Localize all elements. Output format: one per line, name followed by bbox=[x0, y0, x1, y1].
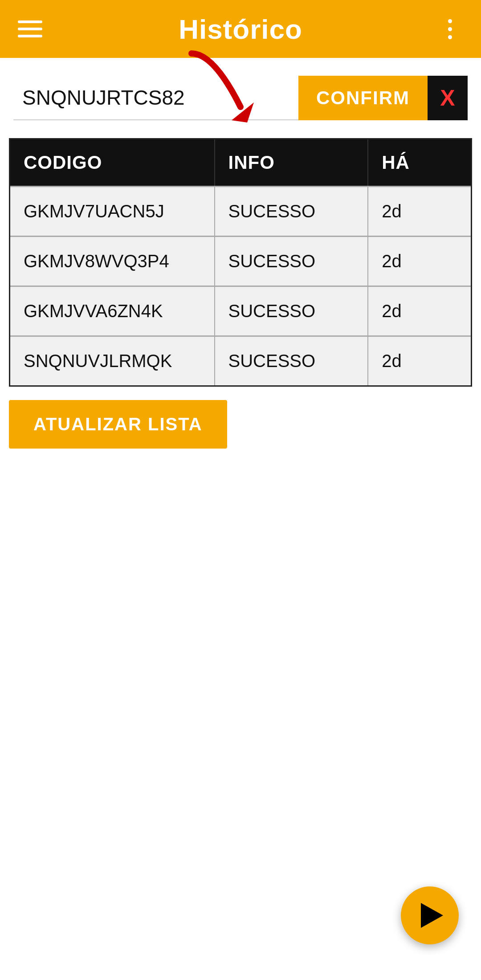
play-icon bbox=[421, 903, 443, 928]
col-header-codigo: CODIGO bbox=[10, 139, 215, 186]
cell-ha-3: 2d bbox=[368, 337, 471, 385]
table-header: CODIGO INFO HÁ bbox=[10, 139, 471, 186]
table-row: GKMJVVA6ZN4K SUCESSO 2d bbox=[10, 286, 471, 335]
history-table: CODIGO INFO HÁ GKMJV7UACN5J SUCESSO 2d G… bbox=[9, 138, 472, 387]
update-list-button[interactable]: ATUALIZAR LISTA bbox=[9, 400, 227, 449]
confirm-button[interactable]: CONFIRM bbox=[298, 76, 428, 120]
clear-icon: X bbox=[440, 85, 455, 111]
cell-codigo-0: GKMJV7UACN5J bbox=[10, 187, 215, 236]
cell-codigo-1: GKMJV8WVQ3P4 bbox=[10, 237, 215, 286]
cell-codigo-3: SNQNUVJLRMQK bbox=[10, 337, 215, 385]
dot-2 bbox=[448, 27, 452, 31]
dot-3 bbox=[448, 35, 452, 39]
table-row: GKMJV7UACN5J SUCESSO 2d bbox=[10, 186, 471, 236]
table-row: SNQNUVJLRMQK SUCESSO 2d bbox=[10, 335, 471, 385]
clear-button[interactable]: X bbox=[428, 76, 468, 120]
more-options-button[interactable] bbox=[436, 16, 463, 42]
cell-codigo-2: GKMJVVA6ZN4K bbox=[10, 287, 215, 335]
code-input[interactable] bbox=[13, 76, 298, 120]
code-input-row: CONFIRM X bbox=[0, 58, 481, 138]
cell-info-3: SUCESSO bbox=[215, 337, 369, 385]
hamburger-menu-button[interactable] bbox=[18, 16, 45, 42]
cell-info-1: SUCESSO bbox=[215, 237, 369, 286]
hamburger-line-3 bbox=[18, 35, 42, 37]
cell-ha-1: 2d bbox=[368, 237, 471, 286]
hamburger-line-2 bbox=[18, 28, 42, 30]
cell-info-0: SUCESSO bbox=[215, 187, 369, 236]
app-header: Histórico bbox=[0, 0, 481, 58]
cell-info-2: SUCESSO bbox=[215, 287, 369, 335]
fab-play-button[interactable] bbox=[401, 886, 459, 944]
table-row: GKMJV8WVQ3P4 SUCESSO 2d bbox=[10, 236, 471, 286]
page-title: Histórico bbox=[179, 13, 302, 45]
cell-ha-2: 2d bbox=[368, 287, 471, 335]
col-header-info: INFO bbox=[215, 139, 369, 186]
hamburger-line-1 bbox=[18, 20, 42, 23]
dot-1 bbox=[448, 19, 452, 23]
col-header-ha: HÁ bbox=[368, 139, 471, 186]
cell-ha-0: 2d bbox=[368, 187, 471, 236]
